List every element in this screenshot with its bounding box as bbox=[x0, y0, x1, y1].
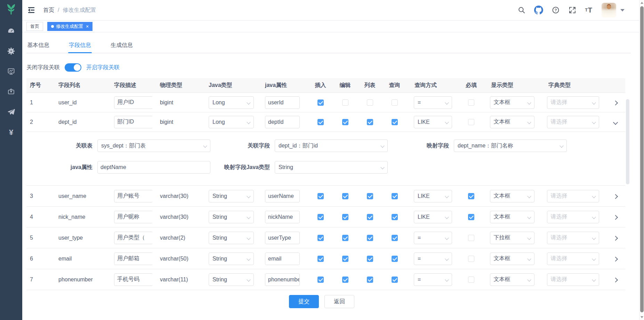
tab-generate-info[interactable]: 生成信息 bbox=[110, 38, 134, 53]
display-type-select[interactable]: 文本框 bbox=[490, 116, 534, 128]
display-type-select[interactable]: 文本框 bbox=[490, 273, 534, 286]
dict-type-select[interactable]: 请选择 bbox=[547, 273, 599, 286]
display-type-select[interactable]: 文本框 bbox=[490, 96, 534, 109]
sidebar-item-dashboard[interactable] bbox=[0, 22, 22, 42]
tag-current-page[interactable]: 修改生成配置 × bbox=[47, 22, 92, 31]
expand-row-icon[interactable] bbox=[613, 278, 617, 282]
query-method-select[interactable]: LIKE bbox=[414, 116, 452, 128]
edit-checkbox[interactable] bbox=[342, 193, 348, 199]
desc-input[interactable]: 用户类型（ bbox=[114, 232, 152, 244]
query-checkbox[interactable] bbox=[392, 235, 398, 241]
java-attr-input[interactable]: nickName bbox=[265, 211, 300, 223]
display-type-select[interactable]: 文本框 bbox=[490, 253, 534, 265]
detail-java-attr-input[interactable]: deptName bbox=[97, 161, 210, 174]
java-type-select[interactable]: Long bbox=[209, 96, 254, 109]
search-icon[interactable] bbox=[517, 6, 526, 14]
insert-checkbox[interactable] bbox=[317, 277, 324, 283]
query-checkbox[interactable] bbox=[392, 119, 398, 125]
java-type-select[interactable]: Long bbox=[209, 116, 254, 128]
query-method-select[interactable]: LIKE bbox=[414, 190, 452, 202]
java-attr-input[interactable]: userName bbox=[265, 190, 300, 202]
list-checkbox[interactable] bbox=[367, 256, 373, 262]
tab-field-info[interactable]: 字段信息 bbox=[68, 38, 92, 53]
java-attr-input[interactable]: userId bbox=[265, 96, 300, 109]
insert-checkbox[interactable] bbox=[317, 99, 324, 106]
java-type-select[interactable]: String bbox=[209, 190, 254, 202]
edit-checkbox[interactable] bbox=[342, 277, 348, 283]
desc-input[interactable]: 用户ID bbox=[114, 96, 152, 109]
expand-row-icon[interactable] bbox=[613, 257, 617, 261]
list-checkbox[interactable] bbox=[367, 235, 373, 241]
required-checkbox[interactable] bbox=[468, 99, 474, 106]
required-checkbox[interactable] bbox=[468, 235, 474, 241]
edit-checkbox[interactable] bbox=[342, 119, 348, 125]
dict-type-select[interactable]: 请选择 bbox=[547, 232, 599, 244]
query-method-select[interactable]: = bbox=[414, 96, 452, 109]
dict-type-select[interactable]: 请选择 bbox=[547, 116, 599, 128]
browser-scrollbar-thumb[interactable] bbox=[640, 6, 644, 312]
relation-field-select[interactable]: dept_id：部门id bbox=[275, 139, 388, 152]
browser-scrollbar[interactable] bbox=[639, 0, 644, 320]
sidebar-item-pay[interactable]: ¥ bbox=[0, 122, 22, 143]
relation-table-select[interactable]: sys_dept：部门表 bbox=[97, 139, 210, 152]
dict-type-select[interactable]: 请选择 bbox=[547, 211, 599, 223]
query-checkbox[interactable] bbox=[392, 99, 398, 106]
edit-checkbox[interactable] bbox=[342, 214, 348, 220]
desc-input[interactable]: 手机号码 bbox=[114, 273, 152, 286]
insert-checkbox[interactable] bbox=[317, 193, 324, 199]
app-logo-plant-icon[interactable] bbox=[3, 1, 19, 17]
insert-checkbox[interactable] bbox=[317, 256, 324, 262]
help-icon[interactable]: ? bbox=[552, 6, 560, 14]
required-checkbox[interactable] bbox=[468, 277, 474, 283]
required-checkbox[interactable] bbox=[468, 193, 474, 199]
breadcrumb-home[interactable]: 首页 bbox=[43, 7, 54, 14]
expand-row-icon[interactable] bbox=[613, 236, 617, 240]
edit-checkbox[interactable] bbox=[342, 235, 348, 241]
sidebar-item-system[interactable] bbox=[0, 42, 22, 62]
fullscreen-icon[interactable] bbox=[568, 6, 577, 14]
insert-checkbox[interactable] bbox=[317, 235, 324, 241]
expand-row-icon[interactable] bbox=[613, 215, 617, 219]
desc-input[interactable]: 部门ID bbox=[114, 116, 152, 128]
expand-row-icon[interactable] bbox=[613, 194, 617, 198]
dict-type-select[interactable]: 请选择 bbox=[547, 96, 599, 109]
sidebar-item-tool[interactable] bbox=[0, 82, 22, 102]
expand-row-icon[interactable] bbox=[613, 101, 617, 105]
display-type-select[interactable]: 文本框 bbox=[490, 190, 534, 202]
display-type-select[interactable]: 文本框 bbox=[490, 211, 534, 223]
java-attr-input[interactable]: phonenumber bbox=[265, 273, 300, 286]
field-relation-switch[interactable] bbox=[65, 63, 81, 72]
display-type-select[interactable]: 下拉框 bbox=[490, 232, 534, 244]
query-method-select[interactable]: LIKE bbox=[414, 211, 452, 223]
scroll-down-arrow-icon[interactable] bbox=[641, 316, 643, 318]
insert-checkbox[interactable] bbox=[317, 214, 324, 220]
back-button[interactable]: 返回 bbox=[324, 295, 354, 308]
tag-home[interactable]: 首页 bbox=[26, 22, 43, 31]
user-avatar[interactable] bbox=[602, 3, 616, 17]
query-checkbox[interactable] bbox=[392, 214, 398, 220]
github-icon[interactable] bbox=[534, 6, 543, 15]
dict-type-select[interactable]: 请选择 bbox=[547, 190, 599, 202]
query-checkbox[interactable] bbox=[392, 193, 398, 199]
collapse-row-icon[interactable] bbox=[613, 120, 617, 124]
java-type-select[interactable]: String bbox=[209, 211, 254, 223]
query-checkbox[interactable] bbox=[392, 277, 398, 283]
desc-input[interactable]: 用户账号 bbox=[114, 190, 152, 202]
java-attr-input[interactable]: userType bbox=[265, 232, 300, 244]
query-method-select[interactable]: = bbox=[414, 273, 452, 286]
tab-basic-info[interactable]: 基本信息 bbox=[26, 38, 50, 53]
avatar-caret-down-icon[interactable] bbox=[620, 9, 625, 11]
table-scrollbar-thumb[interactable] bbox=[626, 99, 629, 184]
relation-on-label[interactable]: 开启字段关联 bbox=[86, 64, 120, 71]
java-attr-input[interactable]: email bbox=[265, 253, 300, 265]
query-checkbox[interactable] bbox=[392, 256, 398, 262]
mapping-java-type-select[interactable]: String bbox=[275, 161, 388, 174]
required-checkbox[interactable] bbox=[468, 214, 474, 220]
list-checkbox[interactable] bbox=[367, 193, 373, 199]
list-checkbox[interactable] bbox=[367, 277, 373, 283]
required-checkbox[interactable] bbox=[468, 119, 474, 125]
required-checkbox[interactable] bbox=[468, 256, 474, 262]
edit-checkbox[interactable] bbox=[342, 99, 348, 106]
query-method-select[interactable]: = bbox=[414, 232, 452, 244]
desc-input[interactable]: 用户昵称 bbox=[114, 211, 152, 223]
